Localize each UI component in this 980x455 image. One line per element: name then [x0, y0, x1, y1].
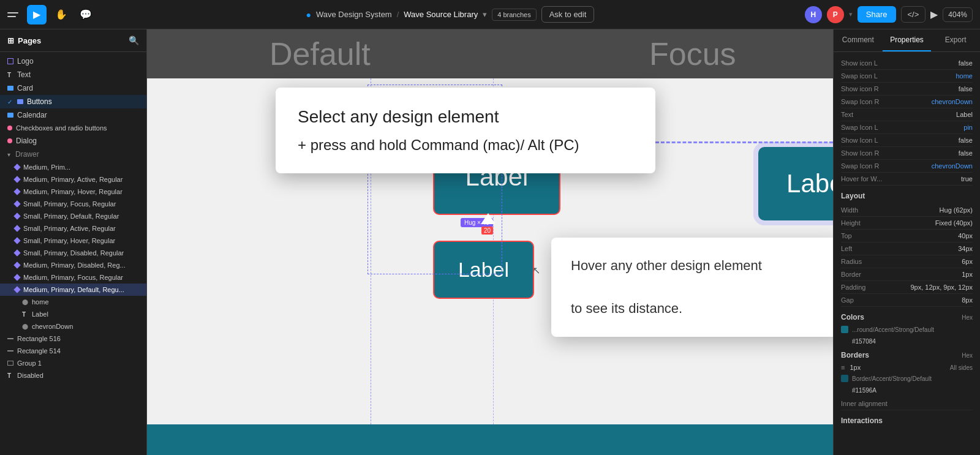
right-panel-content: Show icon L false Swap icon L home Show …: [834, 52, 980, 455]
right-panel-tabs: Comment Properties Export: [834, 29, 980, 52]
sidebar-item-medium-disabled[interactable]: Medium, Primary, Disabled, Reg...: [0, 259, 146, 271]
sidebar-item-logo[interactable]: Logo: [0, 55, 146, 68]
inner-alignment: Inner alignment: [841, 397, 973, 410]
sidebar-item-text[interactable]: T Text: [0, 68, 146, 81]
sidebar-search-icon[interactable]: 🔍: [129, 36, 139, 45]
prop-hover: Hover for W... true: [841, 173, 973, 186]
sidebar-item-disabled[interactable]: T Disabled: [0, 369, 146, 382]
left-sidebar: ⊞ Pages 🔍 Logo T Text Card ✓: [0, 29, 147, 455]
avatar-p[interactable]: P: [827, 6, 844, 23]
check-icon: ✓: [7, 99, 12, 105]
cursor-icon: ↖: [532, 264, 540, 276]
comment-tool[interactable]: 💬: [76, 5, 96, 24]
dialog-dot-icon: [7, 138, 12, 143]
tab-comment[interactable]: Comment: [834, 29, 883, 51]
prop-show-icon-l: Show icon L false: [841, 57, 973, 70]
circle-icon: ⬤: [22, 323, 28, 329]
toolbar-right: H P ▾ Share </> ▶ 404%: [805, 6, 973, 23]
main-layout: ⊞ Pages 🔍 Logo T Text Card ✓: [0, 29, 980, 455]
branch-arrow: ▾: [483, 10, 487, 19]
sidebar-item-small-disabled[interactable]: Small, Primary, Disabled, Regular: [0, 247, 146, 259]
sidebar-item-home[interactable]: ⬤ home: [0, 296, 146, 308]
focus-header: Focus: [649, 36, 736, 72]
btn-label-bottom: Label: [458, 258, 509, 282]
sidebar-item-rect516[interactable]: Rectangle 516: [0, 333, 146, 345]
sidebar-item-small-hover[interactable]: Small, Primary, Hover, Regular: [0, 235, 146, 247]
borders-header: Borders Hex: [841, 351, 973, 359]
layout-height: Height Fixed (40px): [841, 217, 973, 230]
colors-title: Colors: [841, 313, 864, 322]
border-row-1: ≡ 1px All sides: [841, 362, 973, 373]
border-sides: All sides: [863, 364, 973, 371]
colors-header: Colors Hex: [841, 313, 973, 322]
border-align-icon: ≡: [841, 364, 845, 371]
sidebar-item-dialog[interactable]: Dialog: [0, 134, 146, 148]
layout-left: Left 34px: [841, 243, 973, 255]
toolbar-center: ● Wave Design System / Wave Source Libra…: [100, 6, 800, 23]
sidebar-item-small-focus[interactable]: Small, Primary, Focus, Regular: [0, 198, 146, 210]
main-btn-bottom[interactable]: Label ↖: [433, 241, 534, 299]
sidebar-item-medium-hover[interactable]: Medium, Primary, Hover, Regular: [0, 186, 146, 198]
text-icon: T: [22, 311, 28, 318]
canvas-area[interactable]: Default Focus Select any design element …: [147, 29, 833, 455]
current-page[interactable]: Wave Source Library: [404, 10, 478, 19]
layout-width: Width Hug (62px): [841, 204, 973, 217]
checkbox-dot-icon: [7, 126, 12, 130]
tooltip-arrow-up: [481, 213, 496, 224]
project-name: Wave Design System: [316, 10, 392, 19]
share-btn[interactable]: Share: [858, 6, 896, 23]
tab-export[interactable]: Export: [931, 29, 980, 51]
sidebar-item-medium-active[interactable]: Medium, Primary, Active, Regular: [0, 173, 146, 186]
dash-icon: [7, 338, 13, 339]
layout-padding: Padding 9px, 12px, 9px, 12px: [841, 281, 973, 294]
tab-properties[interactable]: Properties: [883, 29, 932, 51]
branch-btn[interactable]: 4 branches: [492, 9, 536, 21]
group-icon: [7, 361, 13, 366]
calendar-icon: [7, 113, 13, 118]
layout-top: Top 40px: [841, 230, 973, 243]
sidebar-item-buttons[interactable]: ✓ Buttons: [0, 95, 146, 108]
sidebar-item-calendar[interactable]: Calendar: [0, 108, 146, 122]
sidebar-item-card[interactable]: Card: [0, 81, 146, 95]
code-btn[interactable]: </>: [901, 6, 926, 23]
sidebar-item-small-active[interactable]: Small, Primary, Active, Regular: [0, 222, 146, 235]
sidebar-item-label[interactable]: T Label: [0, 308, 146, 320]
online-dot: ●: [306, 10, 311, 20]
diamond-icon: [13, 188, 20, 195]
diamond-icon: [13, 200, 20, 207]
zoom-btn[interactable]: 404%: [943, 7, 973, 22]
ask-edit-btn[interactable]: Ask to edit: [541, 6, 595, 23]
diamond-icon: [13, 212, 20, 219]
color-swatch-1: [841, 326, 848, 333]
sidebar-item-checkboxes[interactable]: Checkboxes and radio buttons: [0, 122, 146, 134]
hand-tool[interactable]: ✋: [51, 5, 71, 24]
layout-border: Border 1px: [841, 268, 973, 281]
sidebar-item-rect514[interactable]: Rectangle 514: [0, 345, 146, 357]
toolbar: ▶ ✋ 💬 ● Wave Design System / Wave Source…: [0, 0, 980, 29]
toolbar-left: ▶ ✋ 💬: [7, 5, 96, 24]
sidebar-item-small-default[interactable]: Small, Primary, Default, Regular: [0, 210, 146, 222]
sidebar-item-medium-prim1[interactable]: Medium, Prim...: [0, 161, 146, 173]
diamond-icon: [13, 164, 20, 170]
rect-icon: [7, 86, 13, 91]
sidebar-item-chevron[interactable]: ⬤ chevronDown: [0, 320, 146, 333]
sidebar-item-drawer[interactable]: ▾ Drawer: [0, 148, 146, 161]
sidebar-item-medium-default-sel[interactable]: Medium, Primary, Default, Regu...: [0, 284, 146, 296]
buttons-rect-icon: [17, 99, 23, 104]
prop-swap-icon-r: Swap Icon R chevronDown: [841, 96, 973, 108]
diamond-icon: [13, 274, 20, 280]
diamond-icon: [13, 176, 20, 182]
menu-icon[interactable]: [7, 7, 22, 22]
avatar-h[interactable]: H: [805, 6, 822, 23]
border-value: 1px: [850, 364, 861, 371]
layout-section-title: Layout: [841, 192, 973, 200]
dash-icon: [7, 350, 13, 352]
border-swatch: [841, 375, 848, 382]
select-tool[interactable]: ▶: [27, 5, 47, 24]
focus-btn[interactable]: Label: [758, 147, 833, 220]
pages-icon: ⊞: [7, 36, 14, 45]
sidebar-item-medium-focus[interactable]: Medium, Primary, Focus, Regular: [0, 271, 146, 284]
play-btn[interactable]: ▶: [930, 9, 938, 20]
sidebar-item-group1[interactable]: Group 1: [0, 357, 146, 369]
default-header: Default: [270, 36, 371, 72]
